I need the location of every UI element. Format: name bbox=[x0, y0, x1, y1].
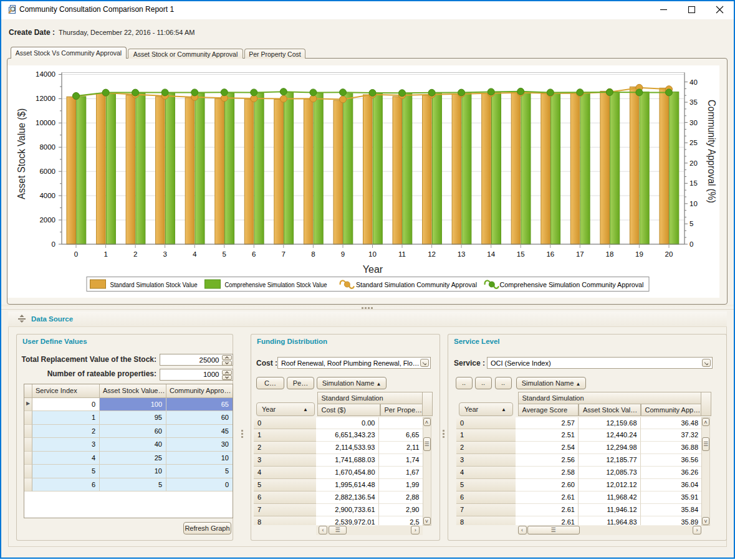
svg-text:7: 7 bbox=[282, 250, 286, 258]
svg-text:3: 3 bbox=[163, 250, 166, 258]
svg-text:16: 16 bbox=[546, 250, 554, 258]
svg-text:2: 2 bbox=[133, 250, 137, 258]
svg-text:6000: 6000 bbox=[39, 168, 55, 175]
svg-text:1: 1 bbox=[103, 250, 107, 258]
svg-text:17: 17 bbox=[576, 250, 584, 258]
svg-text:5: 5 bbox=[689, 220, 693, 227]
svg-text:Standard Simulation Community: Standard Simulation Community Approval bbox=[356, 281, 477, 288]
svg-text:15: 15 bbox=[517, 250, 525, 258]
svg-text:0: 0 bbox=[689, 240, 693, 248]
svg-text:Standard Simulation Stock Valu: Standard Simulation Stock Value bbox=[110, 281, 198, 288]
svg-text:19: 19 bbox=[635, 250, 643, 258]
svg-text:18: 18 bbox=[606, 250, 614, 258]
svg-text:9: 9 bbox=[341, 250, 345, 258]
svg-text:Comprehensive Simulation Commu: Comprehensive Simulation Community Appro… bbox=[500, 281, 644, 288]
svg-text:0: 0 bbox=[74, 250, 78, 258]
svg-text:30: 30 bbox=[689, 119, 698, 126]
svg-text:20: 20 bbox=[689, 159, 698, 167]
svg-text:10: 10 bbox=[689, 200, 698, 207]
svg-text:14000: 14000 bbox=[36, 70, 55, 78]
svg-text:10000: 10000 bbox=[36, 119, 55, 126]
svg-text:6: 6 bbox=[252, 250, 256, 258]
svg-text:40: 40 bbox=[689, 78, 698, 86]
svg-text:4: 4 bbox=[193, 250, 197, 258]
svg-text:11: 11 bbox=[398, 250, 406, 258]
svg-text:35: 35 bbox=[689, 98, 698, 106]
svg-text:0: 0 bbox=[52, 240, 55, 248]
svg-text:14: 14 bbox=[487, 250, 495, 258]
svg-text:15: 15 bbox=[689, 179, 698, 187]
svg-text:13: 13 bbox=[458, 250, 466, 258]
svg-text:Year: Year bbox=[363, 264, 383, 275]
svg-text:4000: 4000 bbox=[39, 192, 55, 199]
svg-text:25: 25 bbox=[689, 139, 698, 146]
svg-text:Asset Stock Value ($): Asset Stock Value ($) bbox=[16, 108, 27, 199]
svg-text:2000: 2000 bbox=[39, 216, 55, 224]
svg-text:10: 10 bbox=[368, 250, 377, 258]
svg-text:Comprehensive Simulation Stock: Comprehensive Simulation Stock Value bbox=[225, 281, 327, 288]
svg-text:8: 8 bbox=[311, 250, 315, 258]
svg-text:8000: 8000 bbox=[39, 143, 55, 151]
svg-text:Community Approval (%): Community Approval (%) bbox=[706, 100, 717, 203]
svg-text:5: 5 bbox=[223, 250, 226, 258]
svg-text:20: 20 bbox=[665, 250, 673, 258]
svg-text:12: 12 bbox=[428, 250, 436, 258]
svg-text:12000: 12000 bbox=[36, 95, 55, 102]
